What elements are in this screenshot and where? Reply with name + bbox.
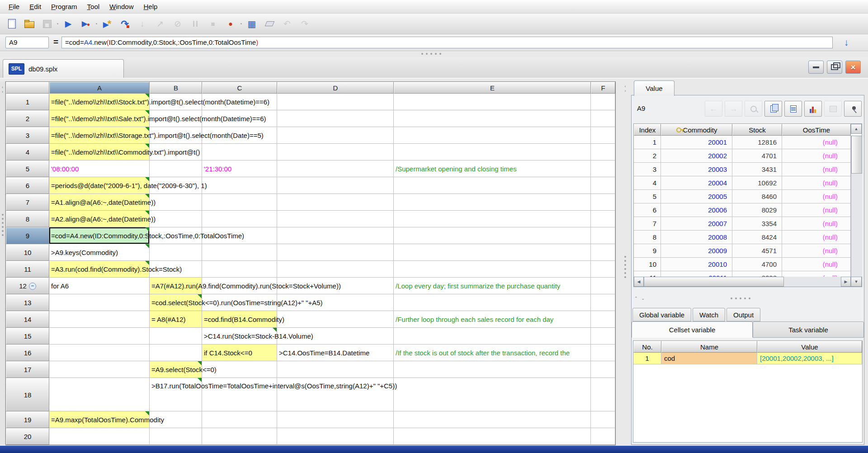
open-file-button[interactable] [22, 17, 37, 31]
cell-B8[interactable] [150, 211, 202, 227]
cell-A10[interactable]: >A9.keys(Commodity) [49, 244, 149, 260]
cell-A2[interactable]: =file("..\\demo\\zh\\txt\\Sale.txt").imp… [49, 110, 149, 127]
cell-D2[interactable] [277, 110, 394, 127]
right-splitter-handle[interactable] [620, 256, 630, 278]
cell-A3[interactable]: =file("..\\demo\\zh\\txt\\Storage.txt").… [49, 127, 149, 143]
tab-global-variable[interactable]: Global variable [632, 308, 691, 321]
cell-E10[interactable] [394, 244, 591, 261]
value-row-5[interactable]: 5200058460(null) [634, 190, 851, 203]
cell-B7[interactable] [150, 194, 202, 211]
value-row-10[interactable]: 10200104700(null) [634, 258, 851, 271]
cell-C8[interactable] [202, 211, 277, 227]
cell-D1[interactable] [277, 94, 394, 110]
row-header-4[interactable]: 4 [6, 144, 49, 160]
cell-B5[interactable] [150, 160, 202, 177]
cell-F14[interactable] [591, 311, 615, 328]
step-over-button[interactable] [118, 17, 132, 31]
cell-D7[interactable] [277, 194, 394, 211]
cell-F7[interactable] [591, 194, 615, 211]
variable-row-cod[interactable]: 1cod[20001,20002,20003, ...] [633, 353, 862, 364]
cell-A9[interactable]: =cod=A4.new(ID:Commodity,0:Stock,:OosTim… [49, 227, 149, 244]
cell-F20[interactable] [591, 428, 615, 445]
cell-A6[interactable]: =periods@d(date("2009-6-1"), date("2009-… [49, 177, 149, 193]
row-header-8[interactable]: 8 [6, 211, 49, 227]
column-header-F[interactable]: F [591, 82, 615, 94]
cell-B17[interactable]: =A9.select(Stock<=0) [150, 361, 202, 378]
column-header-A[interactable]: A [49, 82, 150, 94]
left-splitter-handle[interactable] [0, 214, 5, 236]
cell-E14[interactable]: /Further loop through each sales record … [394, 311, 590, 327]
value-row-7[interactable]: 7200073354(null) [634, 217, 851, 231]
cell-D10[interactable] [277, 244, 394, 261]
cell-C7[interactable] [202, 194, 277, 211]
cell-C11[interactable] [202, 261, 277, 278]
row-header-13[interactable]: 13 [6, 294, 49, 311]
cell-F15[interactable] [591, 328, 615, 344]
cell-A16[interactable] [49, 344, 150, 361]
cell-E16[interactable]: /If the stock is out of stock after the … [394, 344, 590, 361]
cell-D20[interactable] [277, 428, 394, 445]
cell-reference-input[interactable]: A9 [5, 37, 49, 48]
cell-A4[interactable]: =file("..\\demo\\zh\\txt\\Commodity.txt"… [49, 144, 149, 160]
row-header-17[interactable]: 17 [6, 361, 49, 378]
cell-E9[interactable] [394, 227, 591, 244]
breakpoint-button[interactable] [223, 17, 238, 31]
horizontal-splitter-handle[interactable] [421, 53, 441, 55]
row-header-5[interactable]: 5 [6, 160, 49, 177]
tab-db09-splx[interactable]: SPL db09.splx [3, 59, 124, 78]
cell-F8[interactable] [591, 211, 615, 227]
cell-A15[interactable] [49, 328, 150, 344]
cell-B12[interactable]: =A7(#A12).run(A9.find(Commodity).run(Sto… [150, 278, 202, 294]
menu-file[interactable]: File [4, 1, 24, 12]
cell-F5[interactable] [591, 160, 615, 177]
cell-F18[interactable] [591, 378, 615, 411]
cell-C5[interactable]: '21:30:00 [202, 160, 277, 177]
cell-E11[interactable] [394, 261, 591, 278]
cell-D11[interactable] [277, 261, 394, 278]
cell-F4[interactable] [591, 144, 615, 160]
pin-button[interactable] [844, 101, 862, 117]
column-header-B[interactable]: B [150, 82, 202, 94]
cell-E8[interactable] [394, 211, 591, 227]
tab-value[interactable]: Value [634, 80, 675, 96]
value-row-8[interactable]: 8200088424(null) [634, 231, 851, 244]
row-header-10[interactable]: 10 [6, 244, 49, 261]
collapse-left-icon[interactable]: ‹› [0, 85, 5, 94]
menu-help[interactable]: Help [138, 1, 162, 12]
formula-input[interactable]: =cod=A4.new(ID:Commodity,0:Stock,:OosTim… [61, 37, 833, 48]
cell-F12[interactable] [591, 278, 615, 294]
record-view-button[interactable] [784, 101, 802, 117]
value-row-3[interactable]: 3200033431(null) [634, 163, 851, 176]
cell-D17[interactable] [277, 361, 394, 378]
cell-D3[interactable] [277, 127, 394, 144]
cell-E1[interactable] [394, 94, 591, 110]
splitter-dots-handle[interactable] [731, 297, 750, 299]
cell-B15[interactable] [150, 328, 202, 344]
chart-view-button[interactable] [804, 101, 822, 117]
cell-F16[interactable] [591, 344, 615, 361]
tab-watch[interactable]: Watch [693, 308, 725, 321]
cell-F3[interactable] [591, 127, 615, 144]
cell-C20[interactable] [202, 428, 277, 445]
cell-E20[interactable] [394, 428, 591, 445]
cell-A11[interactable]: =A3.run(cod.find(Commodity).Stock=Stock) [49, 261, 149, 277]
cell-E6[interactable] [394, 177, 591, 194]
row-header-18[interactable]: 18 [6, 378, 49, 411]
value-table-hscrollbar[interactable]: ◀▶▼ [634, 277, 862, 287]
scroll-left-button[interactable]: ◀ [634, 277, 644, 287]
cell-E17[interactable] [394, 361, 591, 378]
value-row-1[interactable]: 12000112816(null) [634, 136, 851, 149]
cell-F9[interactable] [591, 227, 615, 244]
expand-formula-button[interactable]: ↓ [838, 36, 854, 49]
cell-A13[interactable] [49, 294, 150, 311]
execute-debug-button[interactable] [79, 17, 93, 31]
variable-column-name[interactable]: Name [661, 341, 757, 353]
cell-F2[interactable] [591, 110, 615, 127]
scroll-up-button[interactable]: ▲ [851, 124, 862, 134]
column-header-E[interactable]: E [394, 82, 591, 94]
variable-column-no[interactable]: No. [633, 341, 661, 353]
value-table-vscrollbar[interactable] [851, 136, 862, 277]
cell-B20[interactable] [150, 428, 202, 445]
cell-D6[interactable] [277, 177, 394, 194]
cell-A17[interactable] [49, 361, 150, 378]
